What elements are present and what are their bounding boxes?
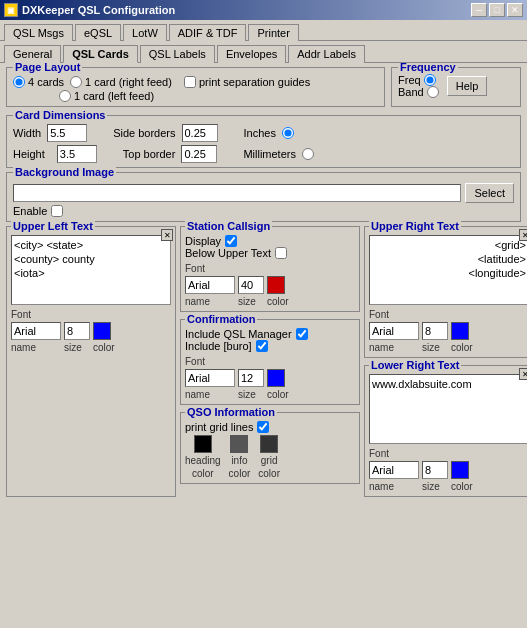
maximize-button[interactable]: □ (489, 3, 505, 17)
print-sep-guides-check[interactable] (184, 76, 196, 88)
conf-font-size-input[interactable] (238, 369, 264, 387)
radio-4cards[interactable] (13, 76, 25, 88)
heading-color-sublabel: color (192, 468, 214, 479)
minimize-button[interactable]: ─ (471, 3, 487, 17)
tab-general[interactable]: General (4, 45, 61, 63)
lower-right-text-label: Lower Right Text (369, 359, 461, 371)
upper-left-text-list[interactable]: <city> <state> <county> county <iota> (11, 235, 171, 305)
ul-font-label: Font (11, 309, 31, 320)
tab-qsl-msgs[interactable]: QSL Msgs (4, 24, 73, 41)
ul-font-color-picker[interactable] (93, 322, 111, 340)
upper-left-close-button[interactable]: ✕ (161, 229, 173, 241)
grid-color-picker[interactable] (260, 435, 278, 453)
title-bar: ▣ DXKeeper QSL Configuration ─ □ ✕ (0, 0, 527, 20)
buro-checkbox[interactable] (256, 340, 268, 352)
lr-font-size-input[interactable] (422, 461, 448, 479)
lr-font-name-input[interactable] (369, 461, 419, 479)
heading-color-picker[interactable] (194, 435, 212, 453)
conf-name-label: name (185, 389, 235, 400)
below-upper-checkbox[interactable] (275, 247, 287, 259)
background-image-group: Background Image Select Enable (6, 172, 521, 222)
ur-font-name-input[interactable] (369, 322, 419, 340)
ul-color-label: color (93, 342, 115, 353)
app-icon: ▣ (4, 3, 18, 17)
window-title: DXKeeper QSL Configuration (22, 4, 175, 16)
station-callsign-label: Station Callsign (185, 220, 272, 232)
qsl-manager-checkbox[interactable] (296, 328, 308, 340)
radio-band[interactable] (427, 86, 439, 98)
list-item: <county> county (14, 252, 168, 266)
frequency-group: Frequency Freq Band Help (391, 67, 521, 107)
cs-font-name-input[interactable] (185, 276, 235, 294)
confirmation-group: Confirmation Include QSL Manager Include… (180, 319, 360, 405)
side-borders-input[interactable] (182, 124, 218, 142)
qso-information-group: QSO Information print grid lines heading… (180, 412, 360, 484)
lr-font-color-picker[interactable] (451, 461, 469, 479)
card-dimensions-label: Card Dimensions (13, 109, 107, 121)
buro-label: Include [buro] (185, 340, 252, 352)
freq-label: Freq (398, 74, 421, 86)
info-color-picker[interactable] (230, 435, 248, 453)
height-input[interactable] (57, 145, 97, 163)
radio-freq[interactable] (424, 74, 436, 86)
top-border-label: Top border (123, 148, 176, 160)
info-color-sublabel: color (229, 468, 251, 479)
tab-lotw[interactable]: LotW (123, 24, 167, 41)
tab-printer[interactable]: Printer (248, 24, 298, 41)
width-label: Width (13, 127, 41, 139)
radio-millimeters[interactable] (302, 148, 314, 160)
close-button[interactable]: ✕ (507, 3, 523, 17)
page-layout-group: Page Layout 4 cards 1 card (right feed) … (6, 67, 385, 107)
4cards-label: 4 cards (28, 76, 64, 88)
ur-font-color-picker[interactable] (451, 322, 469, 340)
grid-label: grid (261, 455, 278, 466)
lower-right-close-button[interactable]: ✕ (519, 368, 527, 380)
ur-font-size-input[interactable] (422, 322, 448, 340)
cs-size-label: size (238, 296, 264, 307)
radio-1card-right[interactable] (70, 76, 82, 88)
radio-1card-left[interactable] (59, 90, 71, 102)
tab-adif-tdf[interactable]: ADIF & TDF (169, 24, 247, 41)
conf-color-label: color (267, 389, 289, 400)
lower-right-text-list[interactable]: www.dxlabsuite.com (369, 374, 527, 444)
print-grid-checkbox[interactable] (257, 421, 269, 433)
below-upper-label: Below Upper Text (185, 247, 271, 259)
conf-size-label: size (238, 389, 264, 400)
display-checkbox[interactable] (225, 235, 237, 247)
ul-font-name-input[interactable] (11, 322, 61, 340)
radio-inches[interactable] (282, 127, 294, 139)
tab-envelopes[interactable]: Envelopes (217, 45, 286, 63)
tab-qsl-labels[interactable]: QSL Labels (140, 45, 215, 63)
tab-qsl-cards[interactable]: QSL Cards (63, 45, 138, 63)
display-label: Display (185, 235, 221, 247)
conf-font-color-picker[interactable] (267, 369, 285, 387)
bg-image-input[interactable] (13, 184, 461, 202)
tab-eqsl[interactable]: eQSL (75, 24, 121, 41)
ur-font-label: Font (369, 309, 389, 320)
width-input[interactable] (47, 124, 87, 142)
inches-label: Inches (244, 127, 276, 139)
cs-font-color-picker[interactable] (267, 276, 285, 294)
upper-left-text-group: Upper Left Text ✕ <city> <state> <county… (6, 226, 176, 497)
ul-font-size-input[interactable] (64, 322, 90, 340)
upper-right-text-list[interactable]: <grid> <latitude> <longitude> (369, 235, 527, 305)
list-item: <longitude> (372, 266, 526, 280)
upper-right-text-group: Upper Right Text ✕ <grid> <latitude> <lo… (364, 226, 527, 358)
upper-right-close-button[interactable]: ✕ (519, 229, 527, 241)
lr-color-label: color (451, 481, 473, 492)
ul-size-label: size (64, 342, 90, 353)
enable-checkbox[interactable] (51, 205, 63, 217)
side-borders-label: Side borders (113, 127, 175, 139)
conf-font-name-input[interactable] (185, 369, 235, 387)
upper-right-text-label: Upper Right Text (369, 220, 461, 232)
cs-font-size-input[interactable] (238, 276, 264, 294)
top-border-input[interactable] (181, 145, 217, 163)
select-button[interactable]: Select (465, 183, 514, 203)
help-button[interactable]: Help (447, 76, 488, 96)
1card-right-label: 1 card (right feed) (85, 76, 172, 88)
tab-addr-labels[interactable]: Addr Labels (288, 45, 365, 63)
enable-label: Enable (13, 205, 47, 217)
lower-right-text-group: Lower Right Text ✕ www.dxlabsuite.com Fo… (364, 365, 527, 497)
band-label: Band (398, 86, 424, 98)
print-sep-guides-label: print separation guides (199, 76, 310, 88)
